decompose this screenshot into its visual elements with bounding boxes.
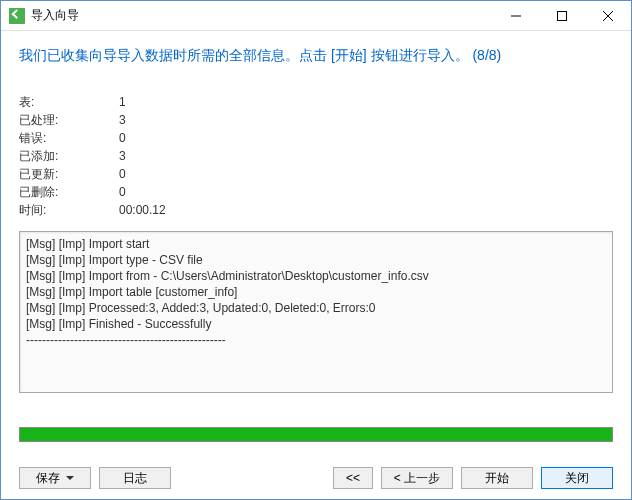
stat-updated: 已更新: 0 <box>19 165 613 183</box>
stat-time: 时间: 00:00.12 <box>19 201 613 219</box>
page-title: 我们已收集向导导入数据时所需的全部信息。点击 [开始] 按钮进行导入。 (8/8… <box>19 47 613 65</box>
back-fast-button[interactable]: << <box>333 467 373 489</box>
stat-deleted: 已删除: 0 <box>19 183 613 201</box>
window-title: 导入向导 <box>31 7 493 24</box>
minimize-button[interactable] <box>493 1 539 30</box>
stat-value: 0 <box>119 129 126 147</box>
maximize-button[interactable] <box>539 1 585 30</box>
log-line: ----------------------------------------… <box>26 332 606 348</box>
stat-label: 已删除: <box>19 183 119 201</box>
stat-tables: 表: 1 <box>19 93 613 111</box>
log-textarea[interactable]: [Msg] [Imp] Import start[Msg] [Imp] Impo… <box>19 231 613 393</box>
stat-label: 时间: <box>19 201 119 219</box>
back-fast-label: << <box>346 471 360 485</box>
back-button-label: < 上一步 <box>394 470 440 487</box>
start-button-label: 开始 <box>485 470 509 487</box>
stat-label: 已更新: <box>19 165 119 183</box>
stat-value: 1 <box>119 93 126 111</box>
log-line: [Msg] [Imp] Import start <box>26 236 606 252</box>
stat-value: 0 <box>119 183 126 201</box>
button-row: 保存 日志 << < 上一步 开始 关闭 <box>19 467 613 489</box>
save-button[interactable]: 保存 <box>19 467 91 489</box>
log-line: [Msg] [Imp] Finished - Successfully <box>26 316 606 332</box>
progress-fill <box>20 428 612 441</box>
back-button[interactable]: < 上一步 <box>381 467 453 489</box>
log-line: [Msg] [Imp] Processed:3, Added:3, Update… <box>26 300 606 316</box>
stat-value: 3 <box>119 147 126 165</box>
stats-block: 表: 1 已处理: 3 错误: 0 已添加: 3 已更新: 0 已删除: 0 <box>19 93 613 219</box>
log-button-label: 日志 <box>123 470 147 487</box>
log-line: [Msg] [Imp] Import from - C:\Users\Admin… <box>26 268 606 284</box>
log-button[interactable]: 日志 <box>99 467 171 489</box>
app-icon <box>9 8 25 24</box>
save-button-label: 保存 <box>36 470 60 487</box>
svg-rect-1 <box>558 11 567 20</box>
start-button[interactable]: 开始 <box>461 467 533 489</box>
close-button[interactable]: 关闭 <box>541 467 613 489</box>
import-wizard-window: 导入向导 我们已收集向导导入数据时所需的全部信息。点击 [开始] 按钮进行导入。… <box>0 0 632 500</box>
log-line: [Msg] [Imp] Import table [customer_info] <box>26 284 606 300</box>
progress-bar <box>19 427 613 442</box>
stat-label: 已添加: <box>19 147 119 165</box>
close-button-label: 关闭 <box>565 470 589 487</box>
stat-value: 3 <box>119 111 126 129</box>
window-controls <box>493 1 631 30</box>
stat-label: 已处理: <box>19 111 119 129</box>
stat-label: 错误: <box>19 129 119 147</box>
stat-value: 0 <box>119 165 126 183</box>
close-window-button[interactable] <box>585 1 631 30</box>
stat-label: 表: <box>19 93 119 111</box>
stat-value: 00:00.12 <box>119 201 166 219</box>
stat-errors: 错误: 0 <box>19 129 613 147</box>
stat-added: 已添加: 3 <box>19 147 613 165</box>
stat-processed: 已处理: 3 <box>19 111 613 129</box>
log-line: [Msg] [Imp] Import type - CSV file <box>26 252 606 268</box>
content-area: 我们已收集向导导入数据时所需的全部信息。点击 [开始] 按钮进行导入。 (8/8… <box>1 31 631 442</box>
chevron-down-icon <box>66 476 74 480</box>
titlebar: 导入向导 <box>1 1 631 31</box>
